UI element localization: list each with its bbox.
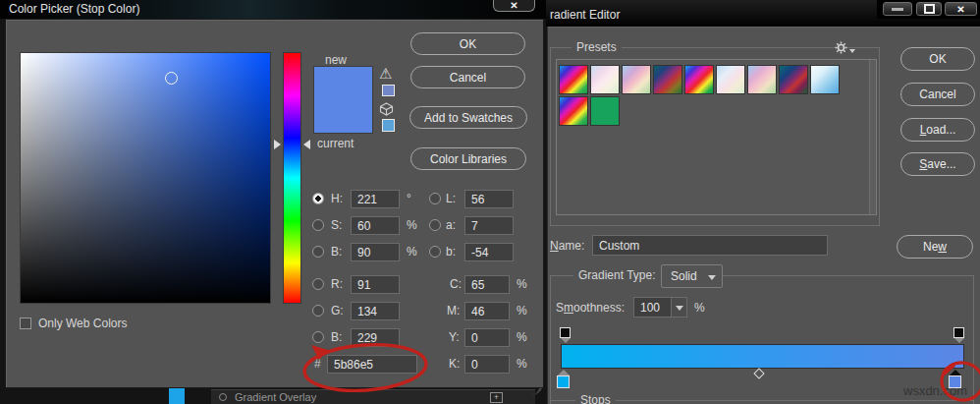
color-field-marker[interactable] (165, 72, 178, 85)
presets-label: Presets (572, 40, 622, 54)
window-close-button[interactable]: ✕ (945, 2, 977, 16)
minimize-icon (892, 8, 903, 11)
g-input[interactable] (351, 302, 400, 320)
y-label: Y: (449, 330, 460, 344)
plus-glyph: + (494, 392, 499, 402)
new-current-swatch (313, 66, 373, 134)
color-libraries-button[interactable]: Color Libraries (410, 147, 526, 170)
cancel-button[interactable]: Cancel (410, 66, 525, 88)
l-radio[interactable] (429, 193, 441, 204)
plus-icon[interactable]: + (490, 392, 503, 403)
m-input[interactable] (464, 302, 510, 320)
lab-b-radio[interactable] (429, 246, 441, 258)
layer-style-row[interactable]: Gradient Overlay + (211, 389, 535, 404)
gradient-type-label: Gradient Type: (573, 268, 661, 282)
s-radio[interactable] (312, 219, 324, 231)
preset-thumbnail[interactable] (559, 96, 588, 126)
web-cube-icon[interactable] (379, 102, 394, 116)
gradient-type-caret-icon (708, 275, 716, 280)
smoothness-input[interactable] (633, 297, 672, 317)
m-label: M: (447, 304, 460, 317)
close-button[interactable]: ✕ (493, 0, 535, 12)
b-radio[interactable] (312, 246, 324, 258)
lab-b-input[interactable] (464, 243, 514, 261)
hue-slider-arrow-left[interactable] (274, 140, 281, 149)
only-web-colors-checkbox[interactable] (20, 317, 31, 329)
presets-scrollbar[interactable] (869, 60, 876, 214)
ge-save-button[interactable]: Save... (900, 152, 975, 176)
watermark-text: wsxdn.com (903, 383, 967, 398)
color-field[interactable] (20, 52, 271, 304)
new-button[interactable]: New (897, 235, 973, 259)
color-stop-left[interactable] (557, 370, 570, 389)
current-label: current (317, 137, 354, 150)
hue-slider[interactable] (283, 52, 301, 304)
smoothness-unit: % (694, 301, 705, 315)
ge-ok-button[interactable]: OK (900, 47, 975, 71)
b2-radio[interactable] (312, 331, 324, 343)
web-color-swatch[interactable] (382, 119, 395, 132)
preset-thumbnail[interactable] (590, 96, 620, 126)
k-input[interactable] (464, 355, 510, 374)
preset-thumbnail[interactable] (590, 65, 620, 94)
presets-menu-caret-icon (849, 49, 855, 53)
a-input[interactable] (464, 216, 514, 235)
l-label: L: (446, 192, 456, 205)
b-input[interactable] (351, 243, 400, 261)
b-label: B: (331, 245, 342, 259)
preset-thumbnail[interactable] (653, 65, 682, 94)
y-unit: % (517, 330, 527, 344)
l-input[interactable] (464, 190, 514, 208)
only-web-colors-label: Only Web Colors (38, 317, 127, 330)
gamut-color-swatch[interactable] (382, 85, 395, 96)
preset-thumbnail[interactable] (622, 65, 651, 94)
gradient-bar[interactable] (561, 344, 964, 369)
preset-thumbnails (559, 65, 847, 126)
name-label: Name: (550, 239, 584, 253)
presets-menu-gear[interactable] (835, 41, 847, 54)
add-to-swatches-button[interactable]: Add to Swatches (409, 106, 527, 129)
restore-button[interactable] (916, 2, 942, 16)
minimize-button[interactable] (883, 2, 912, 16)
hue-slider-arrow-right[interactable] (303, 140, 310, 149)
gradient-type-value: Solid (671, 269, 697, 283)
screenshot: Color Picker (Stop Color) ✕ new current … (0, 0, 980, 404)
name-input[interactable] (592, 235, 828, 256)
preset-thumbnail[interactable] (716, 65, 745, 94)
gradient-type-select[interactable]: Solid (661, 264, 723, 288)
hex-input[interactable] (327, 355, 417, 374)
b2-label: B: (331, 330, 342, 344)
h-input[interactable] (351, 190, 400, 208)
opacity-stop-right-square (953, 327, 964, 338)
preset-thumbnail[interactable] (810, 65, 840, 94)
background-canvas-swatch (169, 387, 185, 404)
preset-thumbnail[interactable] (747, 65, 777, 94)
y-input[interactable] (464, 328, 510, 347)
a-radio[interactable] (429, 219, 441, 231)
r-radio[interactable] (312, 278, 324, 290)
s-label: S: (331, 218, 342, 232)
smoothness-dropdown[interactable] (671, 297, 687, 317)
opacity-stop-left-square (560, 327, 571, 338)
s-input[interactable] (351, 216, 400, 235)
c-input[interactable] (464, 275, 510, 294)
new-label: new (325, 53, 347, 67)
color-picker-title: Color Picker (Stop Color) (9, 2, 139, 16)
ge-load-button[interactable]: Load... (900, 118, 975, 142)
opacity-stop-right[interactable] (953, 327, 965, 344)
r-input[interactable] (351, 275, 400, 294)
preset-thumbnail[interactable] (559, 65, 588, 94)
smoothness-label: Smoothness: (556, 301, 625, 315)
g-radio[interactable] (312, 305, 324, 317)
c-label: C: (450, 277, 462, 291)
ge-cancel-button[interactable]: Cancel (900, 83, 975, 106)
preset-thumbnail[interactable] (779, 65, 808, 94)
ok-button[interactable]: OK (410, 32, 525, 55)
preset-thumbnail[interactable] (684, 65, 714, 94)
hex-label: # (314, 357, 321, 371)
window-close-icon: ✕ (956, 4, 964, 15)
gamut-warning-icon[interactable]: ⚠ (379, 66, 392, 82)
h-radio[interactable] (312, 193, 324, 204)
b2-input[interactable] (351, 328, 400, 347)
opacity-stop-left[interactable] (559, 327, 572, 344)
